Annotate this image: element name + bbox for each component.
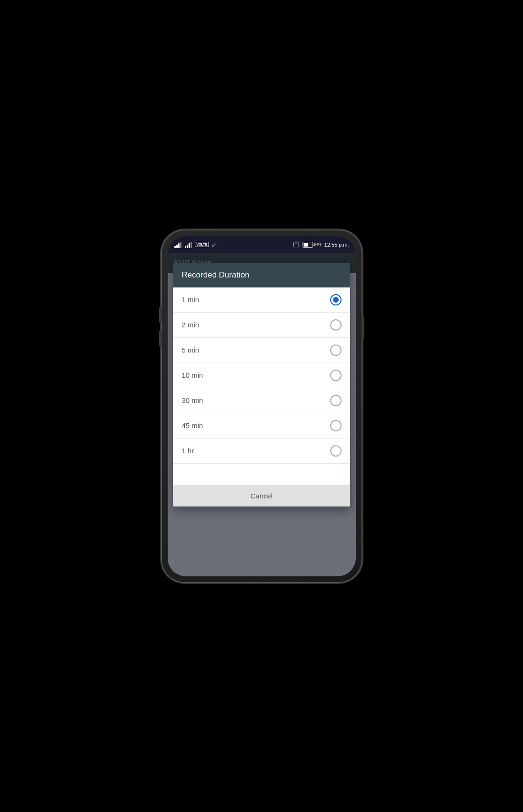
option-10min-label: 10 min <box>181 371 203 379</box>
cancel-button[interactable]: Cancel <box>173 485 350 506</box>
option-1min-label: 1 min <box>181 296 199 304</box>
vibrate-icon: 📳 <box>293 241 300 248</box>
radio-5min <box>330 344 342 356</box>
volte-badge: VOLTE <box>195 242 209 247</box>
option-5min[interactable]: 5 min <box>173 338 350 363</box>
status-time: 12:55 p.m. <box>324 242 349 248</box>
status-bar: VOLTE ☄ 📳 54% 12:55 p.m. <box>168 236 356 253</box>
option-1min[interactable]: 1 min <box>173 287 350 313</box>
option-30min-label: 30 min <box>181 396 203 404</box>
radio-45min <box>330 420 342 431</box>
dialog-title: Recorded Duration <box>181 270 249 279</box>
status-right: 📳 54% 12:55 p.m. <box>293 241 349 248</box>
option-45min[interactable]: 45 min <box>173 413 350 439</box>
radio-30min <box>330 395 342 406</box>
option-1hr[interactable]: 1 hr <box>173 439 350 464</box>
empty-spacer <box>173 464 350 485</box>
signal-icon-2 <box>185 241 192 248</box>
dialog-title-bar: Recorded Duration <box>173 263 350 287</box>
radio-2min <box>330 319 342 331</box>
option-45min-label: 45 min <box>181 421 203 430</box>
radio-1min <box>330 294 342 306</box>
radio-10min <box>330 370 342 381</box>
battery-indicator: 54% <box>303 242 322 248</box>
battery-percent: 54% <box>314 242 322 247</box>
usb-icon: ☄ <box>212 241 218 248</box>
signal-icon-1 <box>174 241 181 248</box>
phone-screen: VOLTE ☄ 📳 54% 12:55 p.m. S <box>168 236 356 576</box>
recorded-duration-dialog: Recorded Duration 1 min 2 min <box>173 263 350 506</box>
battery-icon <box>303 242 313 248</box>
option-5min-label: 5 min <box>181 346 199 354</box>
option-30min[interactable]: 30 min <box>173 388 350 413</box>
status-left: VOLTE ☄ <box>174 241 218 248</box>
option-2min-label: 2 min <box>181 321 199 329</box>
option-10min[interactable]: 10 min <box>173 363 350 388</box>
screen-content: VOLTE ☄ 📳 54% 12:55 p.m. S <box>168 236 356 576</box>
option-2min[interactable]: 2 min <box>173 313 350 338</box>
dialog-overlay: Recorded Duration 1 min 2 min <box>168 253 356 576</box>
cancel-label: Cancel <box>250 492 273 500</box>
radio-1hr <box>330 445 342 457</box>
phone-device: VOLTE ☄ 📳 54% 12:55 p.m. S <box>162 230 361 582</box>
dialog-options-list: 1 min 2 min 5 min <box>173 287 350 485</box>
app-area: SVR Setup Recorded Duration 1 min <box>168 253 356 576</box>
option-1hr-label: 1 hr <box>181 447 194 455</box>
